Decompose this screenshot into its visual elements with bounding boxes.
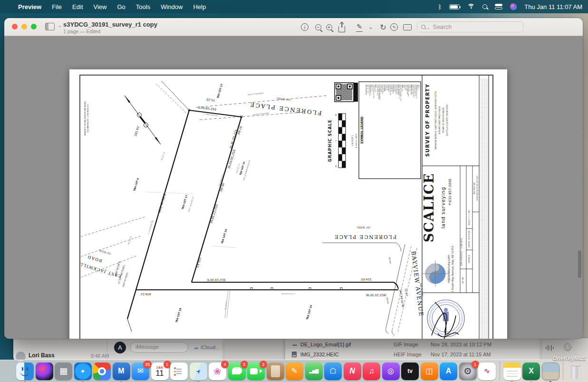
- finder-dock-icon[interactable]: [16, 363, 34, 380]
- title-bar[interactable]: ⌄ s3YDCG_30191_survey_r1 copy 1 page — E…: [4, 18, 583, 36]
- notes-dock-icon[interactable]: [503, 363, 521, 380]
- podcasts-dock-icon[interactable]: ◎: [382, 363, 400, 380]
- notification-badge: 4: [221, 361, 229, 368]
- window-thumb-dock-icon[interactable]: [542, 363, 559, 380]
- heic-file-icon: [292, 352, 297, 357]
- draw-button[interactable]: ✎: [388, 21, 400, 33]
- share-button[interactable]: [336, 21, 348, 33]
- property-address: TOWN OF BROOKHAVEN: [442, 107, 444, 133]
- tax-lot-label: TAX LOT 6: [133, 177, 139, 191]
- tax-lot-label: TAX LOT 19: [306, 305, 313, 320]
- audio-waveform-icon[interactable]: [546, 344, 554, 351]
- crew: CREW:JS: [468, 255, 470, 263]
- appstore-dock-icon[interactable]: A: [440, 363, 457, 380]
- menu-window[interactable]: Window: [161, 3, 183, 10]
- street-width-label: (50' WIDE): [98, 249, 111, 255]
- battery-icon[interactable]: [449, 4, 460, 10]
- conversation-contact[interactable]: Lori Bass: [29, 352, 55, 359]
- settings-dock-icon[interactable]: ⚙1: [459, 363, 477, 380]
- tax-lot-label: TAX LOT 18: [175, 307, 182, 323]
- sidebar-toggle-icon[interactable]: [45, 23, 55, 30]
- dock-separator: [563, 362, 563, 380]
- markup-button[interactable]: ✎: [353, 21, 366, 33]
- launchpad-dock-icon[interactable]: ▦: [55, 363, 72, 380]
- appstore-messages-icon[interactable]: A: [114, 342, 126, 353]
- preview-window: ⌄ s3YDCG_30191_survey_r1 copy 1 page — E…: [4, 18, 583, 339]
- company-phone: P:631-957-2400: [448, 179, 452, 205]
- search-placeholder: Search: [433, 24, 452, 30]
- numbers-dock-icon[interactable]: ▂▅▇: [305, 363, 323, 380]
- keynote-dock-icon[interactable]: ☖: [324, 363, 342, 380]
- news-dock-icon[interactable]: N: [344, 363, 361, 380]
- messages-dock-icon[interactable]: 3: [228, 363, 246, 380]
- fence-label: 4' STOCKADE FEN.: [281, 293, 295, 295]
- trash-dock-icon[interactable]: [567, 363, 584, 380]
- menu-go[interactable]: Go: [117, 3, 125, 10]
- emoji-icon[interactable]: [564, 344, 571, 351]
- document-viewport[interactable]: SURVEY OF PROPERTY BAYVIEW AVENUE, EAST …: [4, 37, 583, 339]
- menu-file[interactable]: File: [52, 3, 62, 10]
- chevron-down-icon[interactable]: ⌄: [58, 22, 62, 29]
- books-dock-icon[interactable]: ◫: [421, 363, 438, 380]
- spotlight-icon[interactable]: [482, 4, 487, 9]
- search-icon: [421, 25, 425, 29]
- menu-edit[interactable]: Edit: [72, 3, 83, 10]
- markup-chevron-icon[interactable]: ⌄: [365, 21, 377, 33]
- filed-map-labels: HEAVY WOODED LOT FM LOT 131 MAP OF MIRAM…: [128, 152, 251, 245]
- contacts-dock-icon[interactable]: [267, 363, 284, 380]
- photos-dock-icon[interactable]: ❀4: [209, 363, 226, 380]
- menu-bar: Preview File Edit View Go Tools Window H…: [0, 0, 588, 13]
- facetime-dock-icon[interactable]: 2: [247, 363, 265, 380]
- mail-dock-icon[interactable]: ✉35: [132, 363, 149, 380]
- malwarebytes-dock-icon[interactable]: M: [113, 363, 130, 380]
- window-title: s3YDCG_30191_survey_r1 copy: [63, 21, 157, 28]
- maps-dock-icon[interactable]: ➤: [190, 363, 207, 380]
- info-button[interactable]: i: [299, 21, 311, 33]
- messages-window-fragment: Lori Bass 8:46 AM A iMessage iCloud...: [13, 338, 224, 360]
- siri-icon[interactable]: [510, 3, 517, 10]
- divider: [107, 338, 107, 360]
- survey-document-page[interactable]: SURVEY OF PROPERTY BAYVIEW AVENUE, EAST …: [69, 69, 507, 339]
- file-row[interactable]: IMG_2332.HEIC HEIF Image Nov 17, 2023 at…: [285, 350, 542, 359]
- minimize-button[interactable]: [21, 24, 27, 29]
- text-annotation-button[interactable]: ···: [401, 21, 414, 33]
- freeform-dock-icon[interactable]: ∿: [478, 363, 496, 380]
- zoom-in-button[interactable]: +: [323, 21, 335, 33]
- scrollbar[interactable]: [578, 250, 581, 278]
- appletv-dock-icon[interactable]: tv: [401, 363, 419, 380]
- calendar-dock-icon[interactable]: JAN111: [151, 363, 169, 380]
- siri-dock-icon[interactable]: [36, 363, 53, 380]
- chrome-dock-icon[interactable]: [93, 363, 111, 380]
- search-input[interactable]: ⌄ Search: [417, 21, 523, 32]
- bearings-note: BEARINGS SHOWN HEREON ARE BASED: [84, 101, 86, 135]
- reminders-dock-icon[interactable]: ☰: [170, 363, 188, 380]
- menu-tools[interactable]: Tools: [136, 3, 150, 10]
- scale-note: SCALE: 1" = 40': [468, 210, 470, 225]
- bearing: N53°20'30"W: [366, 294, 386, 297]
- title-block: SURVEY OF PROPERTY BAYVIEW AVENUE, EAST …: [422, 84, 478, 339]
- notification-badge: 2: [260, 361, 267, 368]
- survey-heading: SURVEY OF PROPERTY: [424, 84, 430, 157]
- bearing: S53°20'30"E: [207, 278, 225, 282]
- menu-help[interactable]: Help: [193, 3, 206, 10]
- menu-bar-clock[interactable]: Thu Jan 11 11:07 AM: [524, 3, 582, 10]
- excel-dock-icon[interactable]: X: [522, 363, 540, 380]
- zoom-button[interactable]: [31, 24, 37, 29]
- dim: 135.43': [196, 257, 202, 269]
- close-button[interactable]: [12, 24, 18, 29]
- safari-dock-icon[interactable]: ✦: [74, 363, 92, 380]
- file-row[interactable]: ▬ DE_Logo_Email[1].gif GIF Image Nov 28,…: [285, 340, 542, 349]
- wifi-icon[interactable]: [467, 4, 475, 10]
- bluetooth-icon[interactable]: ᛒ: [438, 3, 442, 10]
- menu-view[interactable]: View: [94, 3, 107, 10]
- scale-units: ( IN FEET ): [351, 135, 354, 146]
- file-kind: HEIF Image: [394, 352, 431, 357]
- music-dock-icon[interactable]: ♫: [363, 363, 380, 380]
- file-date: Nov 28, 2023 at 10:12 PM: [431, 342, 492, 347]
- pages-dock-icon[interactable]: ✎: [286, 363, 303, 380]
- imessage-input[interactable]: iMessage: [130, 342, 188, 353]
- bearings-note: ON LIBER BOOK 11796 PAGE 553: [87, 104, 89, 133]
- control-center-icon[interactable]: [495, 4, 502, 10]
- graphic-scale: GRAPHIC SCALE 40 0 40 ( IN FEET ) 1 inch…: [328, 114, 357, 168]
- menu-preview[interactable]: Preview: [18, 3, 41, 10]
